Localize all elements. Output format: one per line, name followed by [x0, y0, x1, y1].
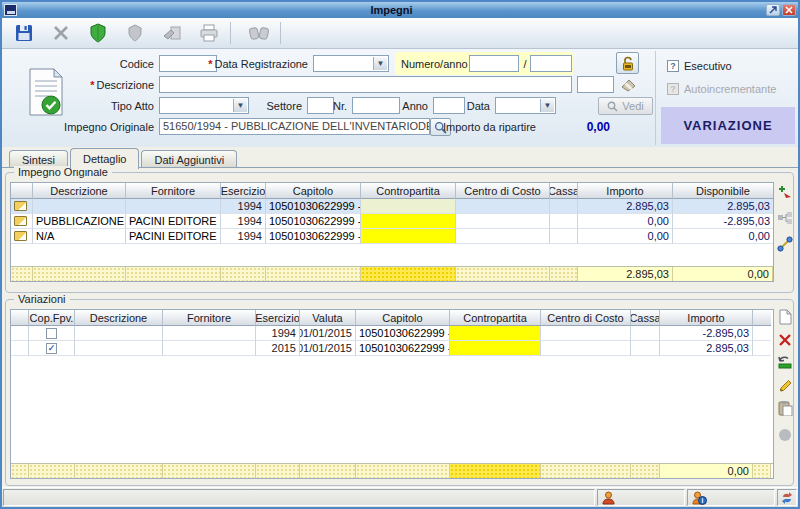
- data-label: Data: [457, 100, 490, 112]
- cop-fpv-checkbox[interactable]: [46, 328, 57, 339]
- total-importo: 0,00: [660, 464, 753, 478]
- impegno-originale-table: Descrizione Fornitore Esercizio Capitolo…: [10, 182, 774, 282]
- table-row[interactable]: ✓ 2015 01/01/2015 10501030622999 - AT 2.…: [11, 341, 773, 356]
- vedi-button: Vedi: [598, 97, 653, 115]
- autoincrementante-label: Autoincrementante: [684, 83, 776, 95]
- undo-icon[interactable]: [776, 353, 794, 371]
- unlock-button[interactable]: [616, 52, 639, 74]
- column-importo[interactable]: Importo: [578, 183, 673, 199]
- maximize-button[interactable]: [766, 4, 780, 16]
- column-importo[interactable]: Importo: [660, 310, 753, 326]
- chain-link-icon[interactable]: [776, 235, 794, 253]
- impegni-window: Impegni: [0, 0, 800, 509]
- variazioni-group: Variazioni Cop.Fpv. Descrizione Fornitor…: [5, 299, 794, 486]
- status-sync-panel: [777, 489, 797, 506]
- numero-anno-separator: /: [522, 58, 528, 70]
- sync-icon[interactable]: [780, 491, 794, 505]
- table-row[interactable]: N/A PACINI EDITORE S.P.A 1994 1050103062…: [11, 229, 773, 244]
- column-capitolo[interactable]: Capitolo: [266, 183, 361, 199]
- column-disponibile[interactable]: Disponibile: [673, 183, 773, 199]
- search-binoculars-icon[interactable]: [244, 20, 274, 46]
- data-combo[interactable]: ▼: [495, 97, 556, 114]
- eraser-icon[interactable]: [620, 77, 637, 96]
- column-descrizione[interactable]: Descrizione: [75, 310, 163, 326]
- table-row[interactable]: 1994 01/01/2015 10501030622999 - AT -2.8…: [11, 326, 773, 341]
- column-cassa[interactable]: Cassa: [550, 183, 578, 199]
- status-bar: i: [2, 487, 798, 507]
- svg-text:i: i: [702, 497, 704, 504]
- verify-shield-icon[interactable]: [83, 20, 113, 46]
- column-cassa[interactable]: Cassa: [631, 310, 660, 326]
- shield-disabled-icon[interactable]: [120, 20, 150, 46]
- tab-dettaglio[interactable]: Dettaglio: [70, 148, 139, 169]
- table-header: Cop.Fpv. Descrizione Fornitore Esercizio…: [11, 310, 773, 326]
- record-disabled-icon: [776, 426, 794, 444]
- column-descrizione[interactable]: Descrizione: [33, 183, 126, 199]
- column-esercizio[interactable]: Esercizio: [221, 183, 266, 199]
- nr-label: Nr.: [317, 100, 347, 112]
- note-icon: [14, 201, 27, 211]
- form-divider: [655, 51, 656, 145]
- importo-da-ripartire-value: 0,00: [562, 120, 610, 134]
- chevron-down-icon[interactable]: ▼: [373, 57, 387, 70]
- data-registrazione-label: *Data Registrazione: [202, 58, 308, 70]
- table-empty-area: [11, 356, 773, 463]
- table-row[interactable]: PUBBLICAZIONE DELL'I PACINI EDITORE S.P.…: [11, 214, 773, 229]
- edit-pencil-icon[interactable]: [776, 376, 794, 394]
- tab-dati-aggiuntivi[interactable]: Dati Aggiuntivi: [141, 150, 237, 168]
- save-icon[interactable]: [9, 20, 39, 46]
- checkbox-indeterminate-icon[interactable]: ?: [667, 60, 679, 72]
- column-capitolo[interactable]: Capitolo: [356, 310, 450, 326]
- settore-label: Settore: [252, 100, 302, 112]
- checkbox-disabled-icon: ?: [667, 83, 679, 95]
- totals-row: 0,00: [11, 463, 773, 478]
- esecutivo-checkbox[interactable]: ? Esecutivo: [667, 60, 732, 72]
- close-button[interactable]: [782, 4, 796, 16]
- cancel-icon[interactable]: [46, 20, 76, 46]
- status-message-area: [3, 489, 595, 506]
- app-logo-icon: [4, 4, 17, 16]
- header-form: Codice *Data Registrazione ▼ Numero/anno…: [2, 49, 798, 147]
- variazioni-group-label: Variazioni: [14, 293, 70, 305]
- column-valuta[interactable]: Valuta: [300, 310, 356, 326]
- column-fornitore[interactable]: Fornitore: [163, 310, 256, 326]
- tipo-atto-combo[interactable]: ▼: [159, 97, 249, 114]
- table-row[interactable]: 1994 10501030622999 - ATT 2.895,03 2.895…: [11, 199, 773, 214]
- column-centro-di-costo[interactable]: Centro di Costo: [456, 183, 550, 199]
- required-marker: *: [90, 79, 94, 91]
- column-icon[interactable]: [11, 183, 33, 199]
- anno-reg-input[interactable]: [530, 55, 572, 72]
- impegno-originale-input[interactable]: 51650/1994 - PUBBLICAZIONE DELL'INVENTAR…: [159, 118, 430, 135]
- column-esercizio[interactable]: Esercizio: [256, 310, 300, 326]
- codice-label: Codice: [62, 58, 154, 70]
- user-info-icon[interactable]: i: [692, 491, 707, 505]
- impegno-originale-label: Impegno Originale: [42, 121, 154, 133]
- user-icon[interactable]: [602, 491, 615, 505]
- chevron-down-icon[interactable]: ▼: [233, 99, 247, 112]
- chevron-down-icon[interactable]: ▼: [540, 99, 554, 112]
- descrizione-input[interactable]: [159, 76, 572, 93]
- add-link-icon[interactable]: [776, 183, 794, 201]
- descrizione-label: *Descrizione: [62, 79, 154, 91]
- column-contropartita[interactable]: Contropartita: [361, 183, 456, 199]
- column-contropartita[interactable]: Contropartita: [450, 310, 541, 326]
- column-cop-fpv[interactable]: Cop.Fpv.: [29, 310, 75, 326]
- total-importo: 2.895,03: [578, 267, 673, 281]
- dettaglio-panel: Impegno Originale Descrizione Fornitore …: [2, 167, 798, 487]
- new-row-icon[interactable]: [776, 308, 794, 326]
- node-split-icon[interactable]: [776, 209, 794, 227]
- autoincrementante-checkbox: ? Autoincrementante: [667, 83, 776, 95]
- data-registrazione-combo[interactable]: ▼: [313, 55, 389, 72]
- column-centro-di-costo[interactable]: Centro di Costo: [541, 310, 631, 326]
- delete-row-icon[interactable]: [776, 331, 794, 349]
- column-fornitore[interactable]: Fornitore: [126, 183, 221, 199]
- numero-input[interactable]: [469, 55, 519, 72]
- required-marker: *: [208, 58, 212, 70]
- print-icon[interactable]: [194, 20, 224, 46]
- descrizione-extra-input[interactable]: [577, 76, 614, 93]
- toolbar-separator: [230, 22, 231, 44]
- paste-icon[interactable]: [776, 399, 794, 417]
- cop-fpv-checkbox[interactable]: ✓: [46, 343, 57, 354]
- copy-pages-icon[interactable]: [157, 20, 187, 46]
- table-header: Descrizione Fornitore Esercizio Capitolo…: [11, 183, 773, 199]
